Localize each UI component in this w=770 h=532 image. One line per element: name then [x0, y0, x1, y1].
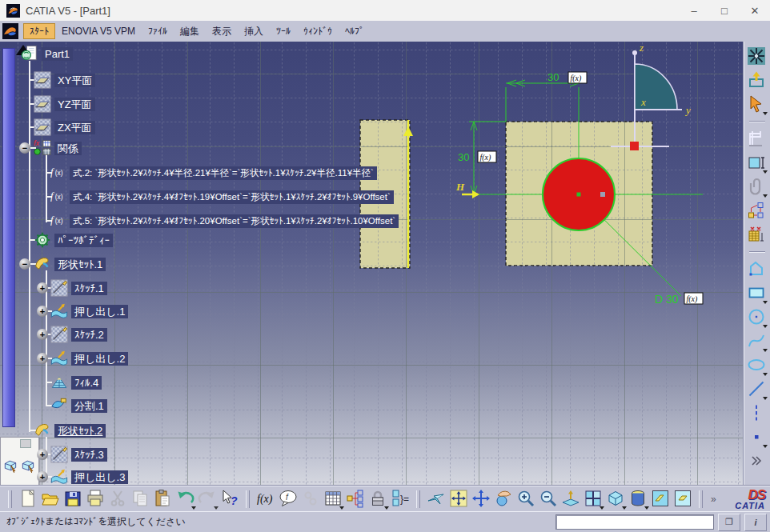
- tree-label[interactable]: 押し出し.3: [71, 470, 128, 484]
- ellipse-button[interactable]: [747, 355, 767, 375]
- tree-label[interactable]: XY平面: [54, 74, 95, 87]
- close-icon[interactable]: ✕: [740, 0, 770, 21]
- fit-all-in-button[interactable]: [449, 489, 469, 509]
- tree-label[interactable]: 形状ｾｯﾄ.1: [54, 258, 106, 271]
- zoom-in-button[interactable]: [516, 489, 536, 509]
- dropdown-arrow-icon[interactable]: [763, 112, 768, 115]
- tree-row[interactable]: 形状ｾｯﾄ.1: [34, 255, 106, 273]
- lock-parameter-button[interactable]: [368, 489, 388, 509]
- compass[interactable]: z x y: [611, 42, 691, 150]
- tree-row[interactable]: 形状ｾｯﾄ.2: [34, 422, 106, 439]
- axis-button[interactable]: [747, 403, 767, 423]
- dropdown-arrow-icon[interactable]: [339, 506, 344, 510]
- tree-row[interactable]: f(x)式.5: `形状ｾｯﾄ.2¥ｽｹｯﾁ.4¥ｵﾌｾｯﾄ.20¥Offset…: [50, 212, 399, 230]
- isometric-view-button[interactable]: [606, 489, 626, 509]
- dropdown-arrow-icon[interactable]: [763, 373, 768, 376]
- exit-workbench-button[interactable]: [747, 70, 767, 90]
- menu-item-8[interactable]: ﾍﾙﾌﾟ: [339, 23, 371, 39]
- tree-label[interactable]: 押し出し.1: [71, 305, 128, 318]
- tree-label[interactable]: YZ平面: [54, 98, 95, 111]
- toolbar-grip[interactable]: [699, 490, 703, 508]
- dropdown-arrow-icon[interactable]: [763, 301, 768, 304]
- pan-button[interactable]: [471, 489, 491, 509]
- tree-label[interactable]: ｽｹｯﾁ.1: [71, 282, 107, 295]
- tree-label[interactable]: 関係: [54, 142, 82, 155]
- tree-expander-plus-icon[interactable]: +: [37, 329, 48, 340]
- work-support-button[interactable]: [747, 129, 767, 149]
- spline-button[interactable]: [747, 331, 767, 351]
- circle-button[interactable]: [747, 307, 767, 327]
- print-button[interactable]: [86, 489, 106, 509]
- dropdown-arrow-icon[interactable]: [763, 170, 768, 174]
- restore-panel-button[interactable]: ❐: [718, 514, 740, 531]
- tree-label[interactable]: Part1: [42, 47, 73, 61]
- info-button[interactable]: i: [744, 514, 767, 531]
- dropdown-arrow-icon[interactable]: [384, 506, 389, 510]
- toolbar-grip[interactable]: [8, 490, 12, 508]
- circle-center-point[interactable]: [577, 193, 581, 197]
- tree-label[interactable]: ZX平面: [54, 121, 95, 134]
- tree-label[interactable]: ﾊﾟｰﾂﾎﾞﾃﾞｨｰ: [54, 234, 113, 247]
- new-document-button[interactable]: [18, 489, 38, 509]
- tree-row[interactable]: ZX平面: [34, 118, 95, 136]
- redo-button[interactable]: [198, 489, 218, 509]
- save-button[interactable]: [63, 489, 83, 509]
- hide-show-button[interactable]: [651, 489, 671, 509]
- menu-item-1[interactable]: ENOVIA V5 VPM: [55, 23, 142, 39]
- tree-row[interactable]: Part1: [21, 45, 73, 62]
- tree-row[interactable]: ｽｹｯﾁ.1: [50, 279, 107, 297]
- compass-anchor[interactable]: [630, 142, 639, 150]
- tree-row[interactable]: YZ平面: [34, 95, 95, 113]
- tree-row[interactable]: 押し出し.2: [50, 350, 128, 367]
- toolbar-grip[interactable]: [246, 490, 250, 508]
- tree-expander-plus-icon[interactable]: +: [37, 353, 48, 364]
- toolbar-grip[interactable]: [416, 490, 420, 508]
- width-dimension[interactable]: 30 f(x): [547, 71, 587, 83]
- menu-item-2[interactable]: ﾌｧｲﾙ: [142, 23, 174, 39]
- tree-label[interactable]: 分割.1: [71, 399, 107, 413]
- minimize-icon[interactable]: –: [679, 0, 709, 21]
- comment-button[interactable]: f: [279, 489, 299, 509]
- tree-expander-plus-icon[interactable]: +: [37, 306, 48, 317]
- tree-label[interactable]: ｽｹｯﾁ.3: [71, 448, 107, 462]
- zoom-out-button[interactable]: [539, 489, 559, 509]
- viewport[interactable]: 30 f(x) 30 f(x) D 30 f(x) H z: [0, 42, 743, 486]
- whats-this-button[interactable]: ?: [220, 489, 240, 509]
- tree-row[interactable]: ｽｹｯﾁ.2: [50, 326, 107, 343]
- power-input-field[interactable]: [555, 514, 714, 530]
- tree-row[interactable]: 分割.1: [50, 397, 107, 414]
- tree-row[interactable]: fx関係: [34, 139, 82, 157]
- fly-mode-button[interactable]: [427, 489, 447, 509]
- auto-constraint-button[interactable]: [747, 225, 767, 245]
- dropdown-arrow-icon[interactable]: [214, 506, 219, 510]
- tree-label[interactable]: ｽｹｯﾁ.2: [71, 328, 107, 342]
- sketch-pad-button[interactable]: [747, 153, 767, 173]
- constraints-defined-button[interactable]: [747, 201, 767, 221]
- design-table-button[interactable]: [323, 489, 343, 509]
- menu-item-0[interactable]: ｽﾀｰﾄ: [23, 23, 55, 39]
- dropdown-arrow-icon[interactable]: [763, 349, 768, 352]
- dropdown-arrow-icon[interactable]: [763, 445, 768, 448]
- menu-item-7[interactable]: ｳｨﾝﾄﾞｳ: [297, 23, 339, 39]
- undo-button[interactable]: [175, 489, 195, 509]
- height-dimension[interactable]: 30 f(x): [458, 151, 496, 163]
- tree-expander-plus-icon[interactable]: +: [37, 449, 48, 460]
- render-style-button[interactable]: [628, 489, 648, 509]
- tree-expander-plus-icon[interactable]: +: [37, 282, 48, 294]
- select-button[interactable]: [747, 94, 767, 114]
- copy-button[interactable]: [130, 489, 150, 509]
- dropdown-arrow-icon[interactable]: [600, 506, 604, 510]
- dropdown-arrow-icon[interactable]: [191, 506, 196, 510]
- open-document-button[interactable]: [41, 489, 61, 509]
- paste-button[interactable]: [153, 489, 173, 509]
- tree-overview-bar[interactable]: [2, 48, 15, 427]
- tree-row[interactable]: 押し出し.1: [50, 302, 128, 320]
- tree-label[interactable]: 押し出し.2: [71, 352, 128, 366]
- tree-label[interactable]: 形状ｾｯﾄ.2: [54, 424, 106, 438]
- rotate-button[interactable]: [494, 489, 514, 509]
- dropdown-arrow-icon[interactable]: [622, 506, 627, 510]
- dropdown-arrow-icon[interactable]: [763, 194, 768, 198]
- tree-row[interactable]: XY平面: [34, 71, 95, 89]
- dropdown-arrow-icon[interactable]: [644, 506, 649, 510]
- cut-button[interactable]: [108, 489, 128, 509]
